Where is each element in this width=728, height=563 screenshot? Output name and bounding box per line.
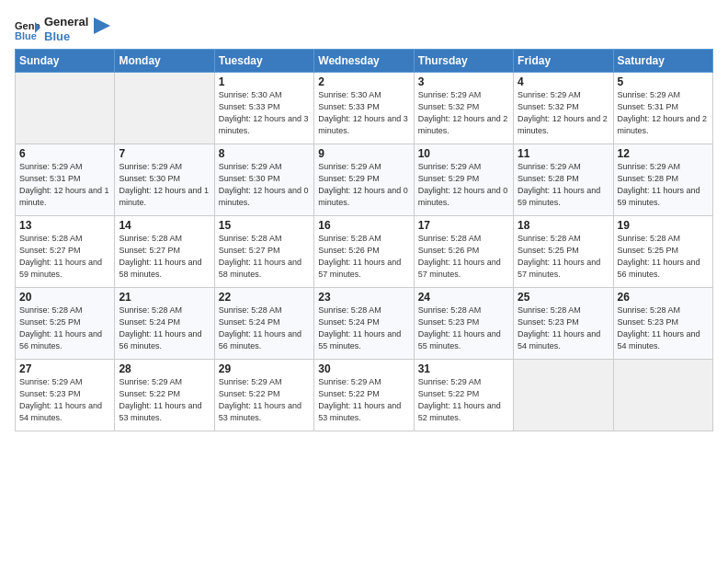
day-number: 27 [19, 362, 110, 375]
day-info: Sunrise: 5:28 AM Sunset: 5:25 PM Dayligh… [618, 233, 709, 281]
day-number: 9 [318, 147, 409, 160]
day-info: Sunrise: 5:29 AM Sunset: 5:31 PM Dayligh… [618, 89, 709, 137]
day-info: Sunrise: 5:29 AM Sunset: 5:28 PM Dayligh… [618, 161, 709, 209]
calendar-week-2: 6Sunrise: 5:29 AM Sunset: 5:31 PM Daylig… [16, 144, 713, 216]
day-number: 31 [418, 362, 509, 375]
day-info: Sunrise: 5:28 AM Sunset: 5:25 PM Dayligh… [19, 304, 110, 352]
logo-icon: General Blue [15, 18, 40, 40]
day-info: Sunrise: 5:29 AM Sunset: 5:22 PM Dayligh… [318, 376, 409, 424]
calendar-cell: 10Sunrise: 5:29 AM Sunset: 5:29 PM Dayli… [414, 144, 513, 216]
day-number: 3 [418, 75, 509, 88]
calendar-cell: 2Sunrise: 5:30 AM Sunset: 5:33 PM Daylig… [314, 73, 414, 144]
header: General Blue General Blue [15, 9, 713, 43]
calendar-week-1: 1Sunrise: 5:30 AM Sunset: 5:33 PM Daylig… [16, 73, 713, 144]
day-number: 28 [119, 362, 210, 375]
day-number: 15 [219, 219, 310, 232]
day-number: 2 [318, 75, 409, 88]
day-info: Sunrise: 5:29 AM Sunset: 5:30 PM Dayligh… [219, 161, 310, 209]
day-info: Sunrise: 5:29 AM Sunset: 5:22 PM Dayligh… [119, 376, 210, 424]
calendar-cell: 26Sunrise: 5:28 AM Sunset: 5:23 PM Dayli… [613, 288, 712, 360]
day-number: 1 [219, 75, 310, 88]
calendar-cell: 13Sunrise: 5:28 AM Sunset: 5:27 PM Dayli… [16, 216, 115, 288]
day-info: Sunrise: 5:28 AM Sunset: 5:23 PM Dayligh… [618, 304, 709, 352]
day-info: Sunrise: 5:28 AM Sunset: 5:24 PM Dayligh… [318, 304, 409, 352]
calendar-cell: 11Sunrise: 5:29 AM Sunset: 5:28 PM Dayli… [514, 144, 613, 216]
calendar-cell: 21Sunrise: 5:28 AM Sunset: 5:24 PM Dayli… [115, 288, 214, 360]
calendar-cell: 3Sunrise: 5:29 AM Sunset: 5:32 PM Daylig… [414, 73, 513, 144]
day-number: 11 [518, 147, 609, 160]
calendar-page: General Blue General Blue SundayMondayTu… [0, 0, 728, 441]
day-number: 24 [418, 291, 509, 304]
day-info: Sunrise: 5:29 AM Sunset: 5:22 PM Dayligh… [418, 376, 509, 424]
day-number: 8 [219, 147, 310, 160]
calendar-cell: 17Sunrise: 5:28 AM Sunset: 5:26 PM Dayli… [414, 216, 513, 288]
logo-line2: Blue [44, 29, 88, 44]
day-info: Sunrise: 5:28 AM Sunset: 5:24 PM Dayligh… [119, 304, 210, 352]
calendar-cell: 24Sunrise: 5:28 AM Sunset: 5:23 PM Dayli… [414, 288, 513, 360]
logo-line1: General [44, 15, 88, 29]
day-info: Sunrise: 5:28 AM Sunset: 5:23 PM Dayligh… [518, 304, 609, 352]
day-number: 19 [618, 219, 709, 232]
day-number: 5 [618, 75, 709, 88]
day-info: Sunrise: 5:28 AM Sunset: 5:23 PM Dayligh… [418, 304, 509, 352]
calendar-cell: 15Sunrise: 5:28 AM Sunset: 5:27 PM Dayli… [214, 216, 313, 288]
calendar-cell: 29Sunrise: 5:29 AM Sunset: 5:22 PM Dayli… [214, 360, 313, 431]
col-header-wednesday: Wednesday [314, 50, 414, 73]
col-header-monday: Monday [115, 50, 214, 73]
calendar-cell: 19Sunrise: 5:28 AM Sunset: 5:25 PM Dayli… [613, 216, 712, 288]
calendar-cell: 31Sunrise: 5:29 AM Sunset: 5:22 PM Dayli… [414, 360, 513, 431]
day-number: 23 [318, 291, 409, 304]
day-info: Sunrise: 5:30 AM Sunset: 5:33 PM Dayligh… [219, 89, 310, 137]
day-info: Sunrise: 5:28 AM Sunset: 5:25 PM Dayligh… [518, 233, 609, 281]
day-info: Sunrise: 5:29 AM Sunset: 5:22 PM Dayligh… [219, 376, 310, 424]
day-number: 30 [318, 362, 409, 375]
day-number: 22 [219, 291, 310, 304]
day-info: Sunrise: 5:28 AM Sunset: 5:27 PM Dayligh… [219, 233, 310, 281]
day-number: 16 [318, 219, 409, 232]
calendar-cell [613, 360, 712, 431]
calendar-cell: 18Sunrise: 5:28 AM Sunset: 5:25 PM Dayli… [514, 216, 613, 288]
calendar-week-4: 20Sunrise: 5:28 AM Sunset: 5:25 PM Dayli… [16, 288, 713, 360]
calendar-cell: 6Sunrise: 5:29 AM Sunset: 5:31 PM Daylig… [16, 144, 115, 216]
day-info: Sunrise: 5:28 AM Sunset: 5:26 PM Dayligh… [418, 233, 509, 281]
calendar-cell: 8Sunrise: 5:29 AM Sunset: 5:30 PM Daylig… [214, 144, 313, 216]
col-header-saturday: Saturday [613, 50, 712, 73]
calendar-cell: 4Sunrise: 5:29 AM Sunset: 5:32 PM Daylig… [514, 73, 613, 144]
day-number: 29 [219, 362, 310, 375]
day-number: 18 [518, 219, 609, 232]
day-info: Sunrise: 5:29 AM Sunset: 5:32 PM Dayligh… [418, 89, 509, 137]
calendar-cell: 16Sunrise: 5:28 AM Sunset: 5:26 PM Dayli… [314, 216, 414, 288]
day-number: 20 [19, 291, 110, 304]
day-header-row: SundayMondayTuesdayWednesdayThursdayFrid… [16, 50, 713, 73]
calendar-cell: 25Sunrise: 5:28 AM Sunset: 5:23 PM Dayli… [514, 288, 613, 360]
day-number: 14 [119, 219, 210, 232]
day-number: 17 [418, 219, 509, 232]
day-number: 21 [119, 291, 210, 304]
day-info: Sunrise: 5:28 AM Sunset: 5:24 PM Dayligh… [219, 304, 310, 352]
calendar-cell: 23Sunrise: 5:28 AM Sunset: 5:24 PM Dayli… [314, 288, 414, 360]
col-header-sunday: Sunday [16, 50, 115, 73]
day-info: Sunrise: 5:29 AM Sunset: 5:32 PM Dayligh… [518, 89, 609, 137]
calendar-cell: 30Sunrise: 5:29 AM Sunset: 5:22 PM Dayli… [314, 360, 414, 431]
calendar-cell: 28Sunrise: 5:29 AM Sunset: 5:22 PM Dayli… [115, 360, 214, 431]
arrow-icon [94, 17, 110, 34]
day-number: 25 [518, 291, 609, 304]
calendar-cell: 1Sunrise: 5:30 AM Sunset: 5:33 PM Daylig… [214, 73, 313, 144]
day-number: 7 [119, 147, 210, 160]
col-header-thursday: Thursday [414, 50, 513, 73]
calendar-cell: 5Sunrise: 5:29 AM Sunset: 5:31 PM Daylig… [613, 73, 712, 144]
day-info: Sunrise: 5:29 AM Sunset: 5:31 PM Dayligh… [19, 161, 110, 209]
day-info: Sunrise: 5:29 AM Sunset: 5:23 PM Dayligh… [19, 376, 110, 424]
day-number: 4 [518, 75, 609, 88]
col-header-tuesday: Tuesday [214, 50, 313, 73]
calendar-cell: 22Sunrise: 5:28 AM Sunset: 5:24 PM Dayli… [214, 288, 313, 360]
calendar-cell: 7Sunrise: 5:29 AM Sunset: 5:30 PM Daylig… [115, 144, 214, 216]
day-info: Sunrise: 5:29 AM Sunset: 5:28 PM Dayligh… [518, 161, 609, 209]
day-number: 26 [618, 291, 709, 304]
calendar-table: SundayMondayTuesdayWednesdayThursdayFrid… [15, 49, 713, 431]
day-info: Sunrise: 5:28 AM Sunset: 5:27 PM Dayligh… [119, 233, 210, 281]
day-number: 13 [19, 219, 110, 232]
day-info: Sunrise: 5:28 AM Sunset: 5:26 PM Dayligh… [318, 233, 409, 281]
calendar-cell: 20Sunrise: 5:28 AM Sunset: 5:25 PM Dayli… [16, 288, 115, 360]
calendar-cell: 14Sunrise: 5:28 AM Sunset: 5:27 PM Dayli… [115, 216, 214, 288]
